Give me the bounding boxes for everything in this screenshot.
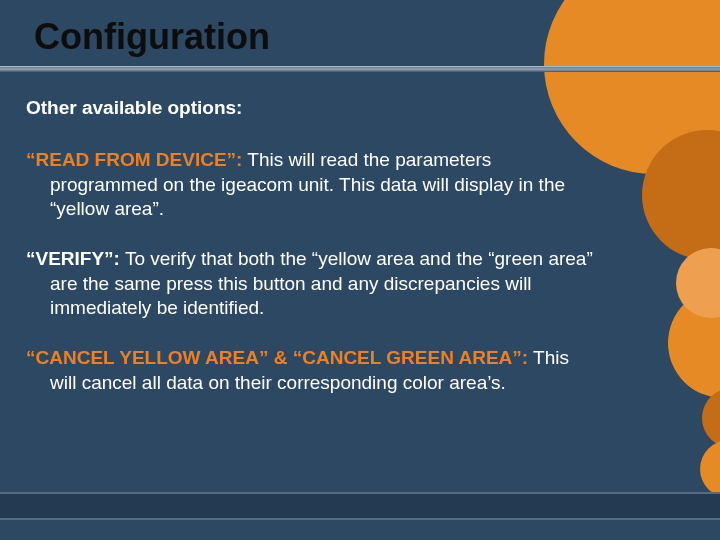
option-label: “VERIFY”: (26, 248, 120, 269)
option-label: “READ FROM DEVICE”: (26, 149, 242, 170)
subtitle: Other available options: (26, 96, 600, 120)
slide-title: Configuration (34, 16, 720, 58)
option-label: “CANCEL YELLOW AREA” & “CANCEL GREEN ARE… (26, 347, 528, 368)
decorative-circle (702, 388, 720, 448)
option-read-from-device: “READ FROM DEVICE”: This will read the p… (26, 148, 600, 221)
footer-band (0, 492, 720, 520)
option-text: To verify that both the “yellow area and… (50, 248, 593, 318)
slide-body: Other available options: “READ FROM DEVI… (0, 72, 720, 395)
title-bar: Configuration (0, 0, 720, 66)
option-verify: “VERIFY”: To verify that both the “yello… (26, 247, 600, 320)
decorative-circle (700, 440, 720, 498)
option-cancel-areas: “CANCEL YELLOW AREA” & “CANCEL GREEN ARE… (26, 346, 600, 395)
